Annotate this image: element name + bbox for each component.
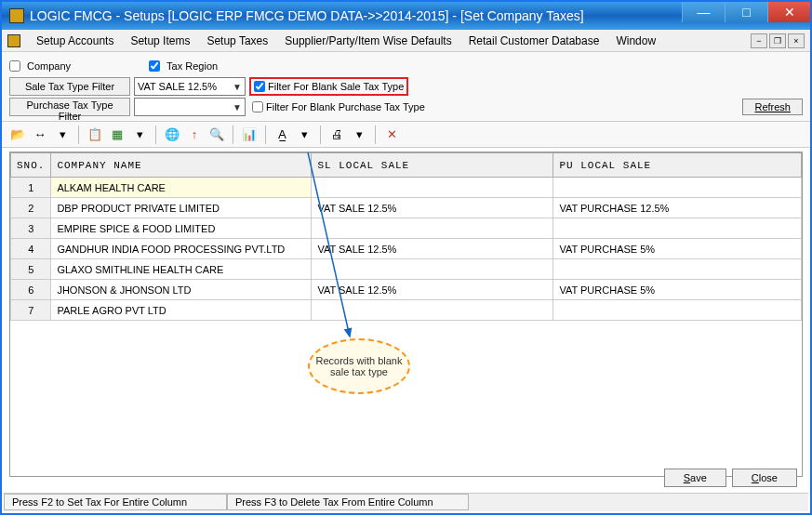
cell-company[interactable]: EMPIRE SPICE & FOOD LIMITED: [51, 218, 312, 239]
cell-company[interactable]: DBP PRODUCT PRIVATE LIMITED: [51, 198, 312, 218]
maximize-button[interactable]: □: [725, 2, 767, 22]
annotation-callout: Records with blank sale tax type: [308, 338, 410, 394]
cell-sno: 3: [11, 218, 51, 239]
filter-blank-sale-label: Filter For Blank Sale Tax Type: [268, 81, 404, 92]
cell-sl[interactable]: [312, 218, 553, 239]
cell-company[interactable]: GANDHUR INDIA FOOD PROCESSING PVT.LTD: [51, 239, 312, 259]
menu-setup-items[interactable]: Setup Items: [122, 32, 198, 50]
company-label: Company: [27, 60, 71, 72]
cell-pu[interactable]: [553, 218, 802, 239]
filter-blank-purchase-checkbox[interactable]: [252, 101, 263, 112]
cell-sl[interactable]: [312, 300, 553, 321]
cell-sl[interactable]: VAT SALE 12.5%: [312, 198, 553, 218]
window-titlebar: LOGIC FMCG - Setups [LOGIC ERP FMCG DEMO…: [2, 2, 810, 30]
dropdown2-icon[interactable]: ▾: [131, 126, 148, 143]
dropdown-icon[interactable]: ▾: [54, 126, 71, 143]
cell-company[interactable]: JHONSON & JHONSON LTD: [51, 280, 312, 300]
cell-company[interactable]: ALKAM HEALTH CARE: [51, 178, 312, 198]
close-panel-button[interactable]: Close: [732, 469, 797, 487]
data-grid-container: SNO. COMPANY NAME SL LOCAL SALE PU LOCAL…: [9, 152, 803, 477]
dropdown4-icon[interactable]: ▾: [351, 126, 367, 143]
sale-tax-combo-value: VAT SALE 12.5%: [138, 81, 217, 92]
filter-blank-sale-highlighted: Filter For Blank Sale Tax Type: [249, 77, 408, 96]
col-sl-local[interactable]: SL LOCAL SALE: [312, 153, 553, 178]
find-icon[interactable]: 🔍: [208, 126, 225, 143]
company-checkbox[interactable]: [9, 60, 20, 72]
status-f3: Press F3 to Delete Tax From Entire Colum…: [227, 494, 469, 510]
cell-sno: 4: [11, 239, 51, 259]
purchase-tax-filter-button[interactable]: Purchase Tax Type Filter: [9, 98, 130, 116]
col-company-name[interactable]: COMPANY NAME: [51, 153, 312, 178]
cell-pu[interactable]: [553, 178, 802, 198]
cell-sno: 1: [11, 178, 51, 198]
chart-icon[interactable]: 📊: [241, 126, 258, 143]
child-minimize-button[interactable]: −: [751, 33, 767, 48]
font-icon[interactable]: A̲: [273, 126, 290, 143]
cell-pu[interactable]: VAT PURCHASE 5%: [553, 280, 802, 300]
cell-sno: 2: [11, 198, 51, 218]
app-icon-small: [7, 34, 20, 47]
table-row[interactable]: 5GLAXO SMITHLINE HEALTH CARE: [11, 259, 802, 280]
cell-sno: 5: [11, 259, 51, 280]
cell-pu[interactable]: [553, 259, 802, 280]
filter-blank-sale-checkbox[interactable]: [254, 81, 265, 92]
up-arrow-icon[interactable]: ↑: [186, 126, 203, 143]
table-row[interactable]: 4GANDHUR INDIA FOOD PROCESSING PVT.LTDVA…: [11, 239, 802, 259]
cell-sno: 6: [11, 280, 51, 300]
cell-sl[interactable]: [312, 259, 553, 280]
open-icon[interactable]: 📂: [9, 126, 26, 143]
cell-sl[interactable]: [312, 178, 553, 198]
table-row[interactable]: 6JHONSON & JHONSON LTDVAT SALE 12.5%VAT …: [11, 280, 802, 300]
menu-setup-taxes[interactable]: Setup Taxes: [198, 32, 276, 50]
close-button[interactable]: ✕: [767, 2, 810, 22]
filter-blank-purchase-label: Filter For Blank Purchase Tax Type: [266, 101, 425, 112]
globe-icon[interactable]: 🌐: [164, 126, 180, 143]
resize-icon[interactable]: ↔: [32, 126, 48, 143]
child-restore-button[interactable]: ❐: [769, 33, 786, 48]
cell-pu[interactable]: [553, 300, 802, 321]
table-row[interactable]: 1ALKAM HEALTH CARE: [11, 178, 802, 198]
cell-sno: 7: [11, 300, 51, 321]
chevron-down-icon: ▼: [233, 82, 242, 92]
chevron-down-icon: ▼: [233, 102, 242, 112]
cell-pu[interactable]: VAT PURCHASE 12.5%: [553, 198, 802, 218]
cell-sl[interactable]: VAT SALE 12.5%: [312, 280, 553, 300]
child-close-button[interactable]: ×: [788, 33, 805, 48]
delete-icon[interactable]: ✕: [383, 126, 400, 143]
menu-retail-db[interactable]: Retail Customer Database: [460, 32, 608, 50]
minimize-button[interactable]: —: [682, 2, 725, 22]
tax-region-label: Tax Region: [166, 60, 218, 72]
app-icon: [9, 8, 24, 23]
refresh-button[interactable]: Refresh: [742, 99, 803, 115]
filter-panel: Company Tax Region Sale Tax Type Filter …: [2, 52, 810, 122]
table-row[interactable]: 3EMPIRE SPICE & FOOD LIMITED: [11, 218, 802, 239]
save-button[interactable]: Save: [664, 469, 726, 487]
menu-supplier-defaults[interactable]: Supplier/Party/Item Wise Defaults: [276, 32, 459, 50]
data-grid[interactable]: SNO. COMPANY NAME SL LOCAL SALE PU LOCAL…: [10, 152, 802, 321]
tax-region-checkbox[interactable]: [149, 60, 160, 72]
window-title: LOGIC FMCG - Setups [LOGIC ERP FMCG DEMO…: [30, 8, 682, 23]
cell-company[interactable]: GLAXO SMITHLINE HEALTH CARE: [51, 259, 312, 280]
excel-icon[interactable]: ▦: [109, 126, 126, 143]
dropdown3-icon[interactable]: ▾: [296, 126, 313, 143]
menubar: Setup Accounts Setup Items Setup Taxes S…: [2, 30, 810, 52]
col-sno[interactable]: SNO.: [11, 153, 51, 178]
save-label-rest: ave: [690, 472, 707, 483]
cell-sl[interactable]: VAT SALE 12.5%: [312, 239, 553, 259]
sale-tax-combo[interactable]: VAT SALE 12.5% ▼: [134, 77, 246, 96]
copy-icon[interactable]: 📋: [87, 126, 103, 143]
statusbar: Press F2 to Set Tax For Entire Column Pr…: [4, 493, 808, 511]
sale-tax-filter-button[interactable]: Sale Tax Type Filter: [9, 77, 130, 96]
table-row[interactable]: 7PARLE AGRO PVT LTD: [11, 300, 802, 321]
print-icon[interactable]: 🖨: [328, 126, 345, 143]
close-label-rest: lose: [759, 472, 778, 483]
menu-setup-accounts[interactable]: Setup Accounts: [28, 32, 122, 50]
status-f2: Press F2 to Set Tax For Entire Column: [4, 494, 227, 510]
cell-company[interactable]: PARLE AGRO PVT LTD: [51, 300, 312, 321]
table-row[interactable]: 2DBP PRODUCT PRIVATE LIMITEDVAT SALE 12.…: [11, 198, 802, 218]
toolbar: 📂 ↔ ▾ 📋 ▦ ▾ 🌐 ↑ 🔍 📊 A̲ ▾ 🖨 ▾ ✕: [2, 122, 810, 148]
purchase-tax-combo[interactable]: ▼: [134, 98, 246, 116]
col-pu-local[interactable]: PU LOCAL SALE: [553, 153, 802, 178]
cell-pu[interactable]: VAT PURCHASE 5%: [553, 239, 802, 259]
menu-window[interactable]: Window: [607, 32, 664, 50]
